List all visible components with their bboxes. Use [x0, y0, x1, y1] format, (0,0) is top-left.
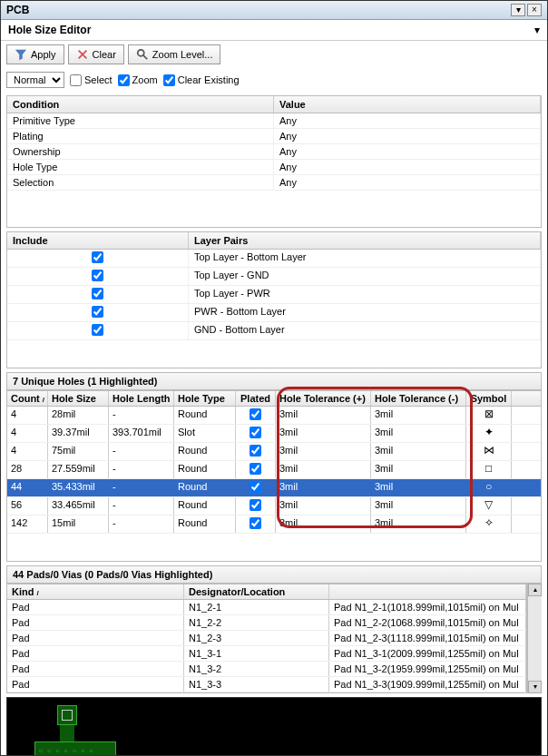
plated-header[interactable]: Plated: [236, 391, 276, 406]
zoom-level-button[interactable]: Zoom Level...: [128, 44, 221, 64]
hole-row[interactable]: 142 15mil - Round 3mil 3mil ✧: [7, 515, 541, 534]
pad-row[interactable]: Pad N1_2-2 Pad N1_2-2(1068.999mil,1015mi…: [7, 615, 526, 631]
designator-cell: N1_2-2: [184, 615, 329, 630]
include-cell[interactable]: [7, 304, 189, 321]
layerpair-row[interactable]: GND - Bottom Layer: [7, 322, 541, 340]
hole-row[interactable]: 44 35.433mil - Round 3mil 3mil ○: [7, 479, 541, 497]
location-header[interactable]: [329, 584, 526, 599]
include-cell[interactable]: [7, 322, 189, 339]
condition-row[interactable]: PlatingAny: [7, 129, 541, 144]
holelength-cell: -: [109, 443, 174, 460]
include-cell[interactable]: [7, 286, 189, 303]
holes-table: Count / Hole Size Hole Length Hole Type …: [6, 390, 542, 562]
hole-row[interactable]: 56 33.465mil - Round 3mil 3mil ▽: [7, 497, 541, 515]
plated-cell[interactable]: [236, 443, 276, 460]
holetype-cell: Round: [174, 497, 236, 515]
hole-row[interactable]: 4 28mil - Round 3mil 3mil ⊠: [7, 407, 541, 425]
include-checkbox[interactable]: [92, 270, 103, 281]
designator-cell: N1_3-2: [184, 662, 329, 676]
plated-checkbox[interactable]: [250, 517, 261, 529]
layerpair-row[interactable]: Top Layer - Bottom Layer: [7, 250, 541, 268]
pcb-preview[interactable]: ○ ○ ○ ○ ○ ○ ○ ○ ○ ○ ○ ○ ○ ○: [6, 697, 542, 756]
plated-cell[interactable]: [236, 407, 276, 424]
plated-cell[interactable]: [236, 479, 276, 496]
clear-button[interactable]: Clear: [68, 44, 124, 64]
plated-cell[interactable]: [236, 461, 276, 478]
plated-cell[interactable]: [236, 515, 276, 533]
zoom-checkbox-label[interactable]: Zoom: [118, 74, 158, 86]
pads-header-row: Kind / Designator/Location: [7, 584, 526, 600]
layerpairs-section: Include Layer Pairs Top Layer - Bottom L…: [6, 231, 542, 368]
select-checkbox[interactable]: [70, 74, 82, 86]
tolminus-cell: 3mil: [371, 407, 466, 424]
scroll-up-icon[interactable]: ▴: [528, 584, 542, 596]
layerpair-row[interactable]: Top Layer - GND: [7, 268, 541, 286]
hole-row[interactable]: 28 27.559mil - Round 3mil 3mil □: [7, 461, 541, 479]
window-title: PCB: [6, 4, 511, 16]
value-cell: Any: [274, 175, 541, 190]
holelength-header[interactable]: Hole Length: [109, 391, 174, 406]
scroll-down-icon[interactable]: ▾: [528, 681, 542, 693]
condition-row[interactable]: Hole TypeAny: [7, 160, 541, 175]
hole-row[interactable]: 4 39.37mil 393.701mil Slot 3mil 3mil ✦: [7, 425, 541, 443]
include-checkbox[interactable]: [92, 288, 103, 299]
tolplus-header[interactable]: Hole Tolerance (+): [276, 391, 371, 406]
pad-row[interactable]: Pad N1_2-1 Pad N1_2-1(1018.999mil,1015mi…: [7, 600, 526, 615]
condition-header[interactable]: Condition: [7, 96, 274, 113]
close-button[interactable]: ×: [527, 4, 542, 16]
pin-button[interactable]: ▾: [511, 4, 525, 16]
holesize-header[interactable]: Hole Size: [48, 391, 109, 406]
pad-row[interactable]: Pad N1_3-1 Pad N1_3-1(2009.999mil,1255mi…: [7, 646, 526, 662]
condition-row[interactable]: Primitive TypeAny: [7, 113, 541, 129]
layerpair-cell: Top Layer - PWR: [189, 286, 541, 303]
plated-checkbox[interactable]: [250, 463, 261, 475]
pads-scrollbar[interactable]: ▴ ▾: [527, 584, 542, 693]
include-header[interactable]: Include: [7, 232, 189, 249]
holetype-cell: Slot: [174, 425, 236, 442]
plated-checkbox[interactable]: [250, 408, 261, 420]
holesize-cell: 33.465mil: [48, 497, 109, 515]
location-cell: Pad N1_2-2(1068.999mil,1015mil) on Mul: [329, 615, 526, 630]
plated-cell[interactable]: [236, 425, 276, 442]
include-checkbox[interactable]: [92, 306, 103, 318]
clear-existing-checkbox-label[interactable]: Clear Existing: [163, 74, 240, 86]
plated-checkbox[interactable]: [250, 445, 261, 457]
condition-row[interactable]: SelectionAny: [7, 175, 541, 191]
kind-header[interactable]: Kind /: [7, 584, 184, 599]
holetype-header[interactable]: Hole Type: [174, 391, 236, 406]
symbol-cell: ✧: [466, 515, 512, 533]
value-header[interactable]: Value: [274, 96, 541, 113]
select-checkbox-label[interactable]: Select: [70, 74, 113, 86]
include-cell[interactable]: [7, 250, 189, 267]
layerpair-header[interactable]: Layer Pairs: [189, 232, 541, 249]
plated-cell[interactable]: [236, 497, 276, 515]
plated-checkbox[interactable]: [250, 427, 261, 438]
pad-row[interactable]: Pad N1_3-2 Pad N1_3-2(1959.999mil,1255mi…: [7, 662, 526, 677]
count-header[interactable]: Count /: [7, 391, 48, 406]
plated-checkbox[interactable]: [250, 481, 261, 493]
designator-header[interactable]: Designator/Location: [184, 584, 329, 599]
holetype-cell: Round: [174, 407, 236, 424]
zoom-checkbox[interactable]: [118, 74, 130, 86]
include-checkbox[interactable]: [92, 324, 103, 336]
holes-header-row: Count / Hole Size Hole Length Hole Type …: [7, 391, 541, 407]
tolminus-header[interactable]: Hole Tolerance (-): [371, 391, 466, 406]
scroll-track[interactable]: [528, 596, 542, 681]
layerpair-row[interactable]: PWR - Bottom Layer: [7, 304, 541, 322]
svg-point-0: [138, 50, 144, 56]
apply-button[interactable]: Apply: [6, 44, 64, 64]
plated-checkbox[interactable]: [250, 499, 261, 511]
condition-row[interactable]: OwnershipAny: [7, 144, 541, 160]
titlebar-buttons: ▾ ×: [511, 4, 542, 16]
pad-row[interactable]: Pad N1_3-3 Pad N1_3-3(1909.999mil,1255mi…: [7, 677, 526, 692]
include-cell[interactable]: [7, 268, 189, 285]
hole-row[interactable]: 4 75mil - Round 3mil 3mil ⋈: [7, 443, 541, 461]
mode-select[interactable]: Normal: [6, 72, 64, 88]
include-checkbox[interactable]: [92, 251, 103, 263]
layerpair-row[interactable]: Top Layer - PWR: [7, 286, 541, 304]
panel-header[interactable]: Hole Size Editor ▾: [1, 20, 547, 41]
symbol-header[interactable]: Symbol: [466, 391, 512, 406]
pad-row[interactable]: Pad N1_2-3 Pad N1_2-3(1118.999mil,1015mi…: [7, 631, 526, 646]
holesize-cell: 35.433mil: [48, 479, 109, 496]
clear-existing-checkbox[interactable]: [163, 74, 175, 86]
